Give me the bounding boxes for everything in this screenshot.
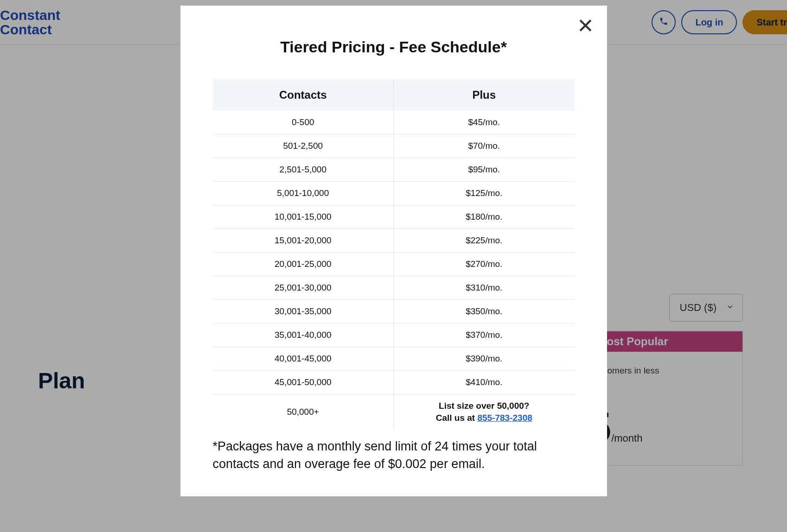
cell-price: $350/mo.: [394, 300, 575, 323]
close-button[interactable]: ✕: [577, 16, 594, 36]
table-row: 45,001-50,000$410/mo.: [213, 371, 575, 394]
table-row: 0-500$45/mo.: [213, 111, 575, 134]
call-prefix: Call us at: [436, 413, 478, 423]
phone-link[interactable]: 855-783-2308: [477, 413, 532, 423]
table-row: 40,001-45,000$390/mo.: [213, 347, 575, 371]
cell-price: $225/mo.: [394, 229, 575, 253]
th-plus: Plus: [394, 79, 575, 111]
cell-price: $370/mo.: [394, 323, 575, 347]
cell-price: $390/mo.: [394, 347, 575, 371]
close-icon: ✕: [577, 14, 594, 37]
table-row-over: 50,000+List size over 50,000?Call us at …: [213, 394, 575, 430]
cell-price: $45/mo.: [394, 111, 575, 134]
cell-price: $125/mo.: [394, 182, 575, 205]
over-question: List size over 50,000?: [394, 401, 575, 411]
cell-price: $95/mo.: [394, 158, 575, 182]
table-row: 35,001-40,000$370/mo.: [213, 323, 575, 347]
cell-price: $180/mo.: [394, 205, 575, 229]
th-contacts: Contacts: [213, 79, 394, 111]
table-row: 501-2,500$70/mo.: [213, 134, 575, 158]
cell-contacts: 40,001-45,000: [213, 347, 394, 371]
cell-contacts: 50,000+: [213, 394, 394, 430]
cell-contacts: 15,001-20,000: [213, 229, 394, 253]
table-row: 30,001-35,000$350/mo.: [213, 300, 575, 323]
pricing-modal: ✕ Tiered Pricing - Fee Schedule* Contact…: [180, 6, 607, 496]
footnote: *Packages have a monthly send limit of 2…: [213, 438, 575, 473]
cell-contacts: 20,001-25,000: [213, 253, 394, 276]
cell-contacts: 35,001-40,000: [213, 323, 394, 347]
table-row: 10,001-15,000$180/mo.: [213, 205, 575, 229]
cell-over-info: List size over 50,000?Call us at 855-783…: [394, 394, 575, 430]
table-row: 25,001-30,000$310/mo.: [213, 276, 575, 300]
modal-title: Tiered Pricing - Fee Schedule*: [213, 38, 575, 56]
table-row: 20,001-25,000$270/mo.: [213, 253, 575, 276]
table-row: 15,001-20,000$225/mo.: [213, 229, 575, 253]
cell-contacts: 30,001-35,000: [213, 300, 394, 323]
cell-price: $310/mo.: [394, 276, 575, 300]
cell-contacts: 10,001-15,000: [213, 205, 394, 229]
cell-contacts: 25,001-30,000: [213, 276, 394, 300]
table-row: 5,001-10,000$125/mo.: [213, 182, 575, 205]
cell-contacts: 5,001-10,000: [213, 182, 394, 205]
over-call: Call us at 855-783-2308: [394, 413, 575, 423]
fee-table: Contacts Plus 0-500$45/mo.501-2,500$70/m…: [213, 79, 575, 430]
cell-contacts: 2,501-5,000: [213, 158, 394, 182]
cell-contacts: 45,001-50,000: [213, 371, 394, 394]
cell-price: $70/mo.: [394, 134, 575, 158]
cell-price: $410/mo.: [394, 371, 575, 394]
table-row: 2,501-5,000$95/mo.: [213, 158, 575, 182]
cell-contacts: 0-500: [213, 111, 394, 134]
cell-price: $270/mo.: [394, 253, 575, 276]
modal-overlay[interactable]: ✕ Tiered Pricing - Fee Schedule* Contact…: [0, 0, 787, 532]
cell-contacts: 501-2,500: [213, 134, 394, 158]
